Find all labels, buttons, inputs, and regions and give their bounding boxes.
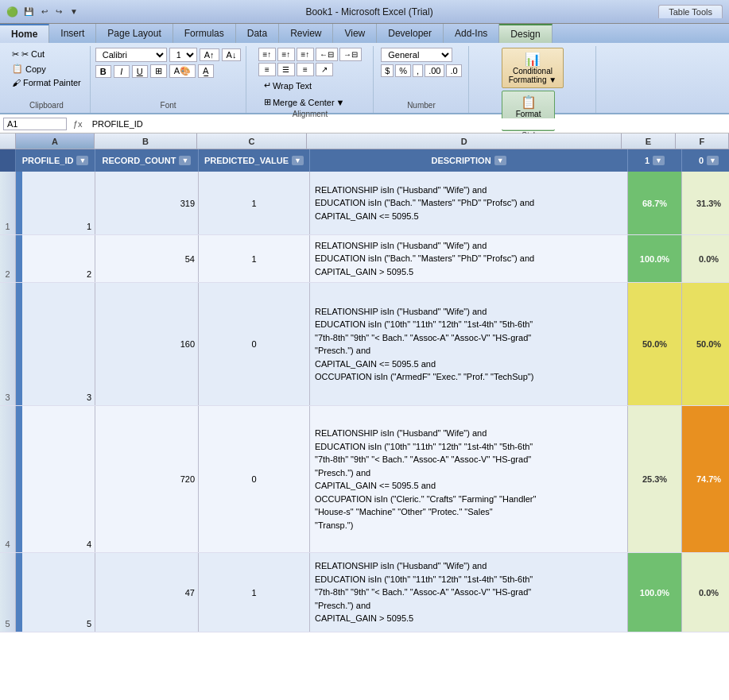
merge-center-button[interactable]: ⊞ Merge & Center ▼ (258, 95, 351, 110)
font-color-button[interactable]: A̲ (198, 64, 214, 78)
border-button[interactable]: ⊞ (150, 64, 167, 78)
tab-add-ins[interactable]: Add-Ins (444, 24, 499, 43)
clipboard-buttons: ✂ ✂ Cut 📋 Copy 🖌 Format Painter (8, 48, 85, 101)
tab-review[interactable]: Review (279, 24, 333, 43)
col-0-filter[interactable]: ▼ (707, 156, 719, 165)
cell-pct0[interactable]: 31.3% (682, 172, 729, 234)
bold-button[interactable]: B (95, 65, 111, 78)
dec-increase-button[interactable]: .00 (425, 64, 444, 77)
cell-profile-id[interactable]: 1 (16, 172, 95, 234)
underline-button[interactable]: U (132, 65, 148, 78)
description-filter[interactable]: ▼ (494, 156, 506, 165)
dollar-button[interactable]: $ (381, 64, 394, 77)
wrap-text-button[interactable]: ↵ Wrap Text (258, 78, 317, 93)
tab-home[interactable]: Home (0, 24, 49, 43)
tab-developer[interactable]: Developer (377, 24, 444, 43)
col-header-f[interactable]: F (676, 133, 729, 149)
cell-predicted-value[interactable]: 1 (199, 553, 310, 632)
font-name-dropdown[interactable]: Calibri (95, 48, 167, 62)
cell-pct0[interactable]: 74.7% (682, 406, 729, 552)
font-shrink-button[interactable]: A↓ (222, 48, 242, 61)
cut-button[interactable]: ✂ ✂ Cut (8, 48, 85, 61)
cell-profile-id[interactable]: 5 (16, 553, 95, 632)
col-header-e[interactable]: E (622, 133, 675, 149)
quick-dropdown-btn[interactable]: ▼ (68, 6, 80, 17)
font-grow-button[interactable]: A↑ (200, 48, 219, 61)
merge-label: Merge & Center (273, 98, 335, 107)
quick-save-btn[interactable]: 💾 (21, 6, 36, 17)
ribbon-content: ✂ ✂ Cut 📋 Copy 🖌 Format Painter Clipboar… (0, 43, 729, 113)
comma-button[interactable]: , (413, 64, 423, 77)
wrap-text-label: Wrap Text (273, 81, 312, 91)
cell-description[interactable]: RELATIONSHIP isIn ("Husband" "Wife") and… (310, 283, 628, 405)
align-top-left-button[interactable]: ≡↑ (258, 48, 276, 61)
cell-predicted-value[interactable]: 1 (199, 235, 310, 282)
align-top-center-button[interactable]: ≡↑ (277, 48, 295, 61)
align-center-button[interactable]: ☰ (277, 63, 295, 76)
indent-decrease-button[interactable]: ←⊟ (316, 48, 338, 61)
profile-id-filter[interactable]: ▼ (76, 156, 88, 165)
italic-button[interactable]: I (114, 65, 130, 78)
col-header-b[interactable]: B (95, 133, 197, 149)
wrap-text-icon: ↵ (264, 80, 271, 91)
cell-pct1[interactable]: 68.7% (628, 172, 682, 234)
tab-page-layout[interactable]: Page Layout (96, 24, 173, 43)
cell-pct0[interactable]: 0.0% (682, 235, 729, 282)
align-top-right-button[interactable]: ≡↑ (297, 48, 314, 61)
cell-pct1[interactable]: 25.3% (628, 406, 682, 552)
tab-data[interactable]: Data (236, 24, 279, 43)
cell-record-count[interactable]: 160 (95, 283, 199, 405)
cell-description[interactable]: RELATIONSHIP isIn ("Husband" "Wife") and… (310, 172, 628, 234)
cell-pct1[interactable]: 100.0% (628, 235, 682, 282)
cell-description[interactable]: RELATIONSHIP isIn ("Husband" "Wife") and… (310, 553, 628, 632)
col-header-c[interactable]: C (197, 133, 308, 149)
formula-fx-button[interactable]: ƒx (70, 119, 86, 129)
align-right-button[interactable]: ≡ (297, 63, 314, 76)
tab-view[interactable]: View (333, 24, 377, 43)
align-row-3: ↵ Wrap Text (258, 78, 362, 93)
cell-profile-id[interactable]: 2 (16, 235, 95, 282)
col-header-a[interactable]: A (16, 133, 95, 149)
format-painter-button[interactable]: 🖌 Format Painter (8, 76, 85, 89)
indent-increase-button[interactable]: →⊟ (339, 48, 362, 61)
cell-profile-id[interactable]: 4 (16, 406, 95, 552)
cell-predicted-value[interactable]: 0 (199, 283, 310, 405)
cell-record-count[interactable]: 319 (95, 172, 199, 234)
col-header-d[interactable]: D (307, 133, 622, 149)
record-count-filter[interactable]: ▼ (179, 156, 191, 165)
cell-description[interactable]: RELATIONSHIP isIn ("Husband" "Wife") and… (310, 235, 628, 282)
cell-record-count[interactable]: 720 (95, 406, 199, 552)
cell-predicted-value[interactable]: 1 (199, 172, 310, 234)
font-size-dropdown[interactable]: 11 (169, 48, 197, 62)
cell-predicted-value[interactable]: 0 (199, 406, 310, 552)
col-1-filter[interactable]: ▼ (653, 156, 665, 165)
tab-formulas[interactable]: Formulas (173, 24, 236, 43)
cell-record-count[interactable]: 54 (95, 235, 199, 282)
alignment-controls: ≡↑ ≡↑ ≡↑ ←⊟ →⊟ ≡ ☰ ≡ ↗ ↵ (258, 48, 362, 110)
predicted-value-filter[interactable]: ▼ (292, 156, 304, 165)
copy-button[interactable]: 📋 Copy (8, 62, 85, 75)
quick-undo-btn[interactable]: ↩ (39, 6, 50, 17)
cell-pct1[interactable]: 50.0% (628, 283, 682, 405)
angle-text-button[interactable]: ↗ (316, 63, 333, 76)
conditional-formatting-button[interactable]: 📊 ConditionalFormatting ▼ (502, 48, 564, 88)
formula-input[interactable] (89, 118, 726, 130)
description-label: DESCRIPTION (431, 156, 491, 165)
tab-insert[interactable]: Insert (49, 24, 96, 43)
font-group: Calibri 11 A↑ A↓ B I U ⊞ A🎨 (91, 46, 247, 113)
percent-button[interactable]: % (395, 64, 411, 77)
cell-pct1[interactable]: 100.0% (628, 553, 682, 632)
align-left-button[interactable]: ≡ (258, 63, 276, 76)
cell-pct0[interactable]: 0.0% (682, 553, 729, 632)
number-format-dropdown[interactable]: General (381, 48, 452, 62)
quick-redo-btn[interactable]: ↪ (53, 6, 64, 17)
cell-description[interactable]: RELATIONSHIP isIn ("Husband" "Wife") and… (310, 406, 628, 552)
fill-color-button[interactable]: A🎨 (169, 64, 196, 78)
tab-design[interactable]: Design (499, 24, 552, 43)
cell-pct0[interactable]: 50.0% (682, 283, 729, 405)
name-box[interactable] (3, 118, 67, 130)
cell-record-count[interactable]: 47 (95, 553, 199, 632)
col-1-label: 1 (645, 156, 650, 165)
dec-decrease-button[interactable]: .0 (446, 64, 461, 77)
cell-profile-id[interactable]: 3 (16, 283, 95, 405)
